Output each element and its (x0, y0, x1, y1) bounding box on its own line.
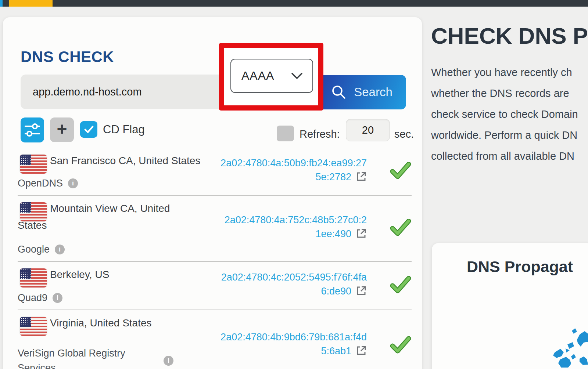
page: DNS CHECK Search + (0, 0, 588, 369)
info-circle-icon[interactable]: i (55, 245, 65, 254)
plus-icon: + (57, 120, 67, 138)
server-provider: Quad9 (18, 292, 47, 304)
refresh-seconds-input[interactable] (346, 119, 390, 141)
resolved-ip: 2a02:4780:4b:9bd6:79b:681a:f4d5:6ab1 (220, 330, 367, 360)
article-paragraph: Whether you have recently ch whether the… (431, 62, 588, 167)
server-provider: VeriSign Global Registry Services (18, 346, 144, 369)
search-button[interactable]: Search (318, 75, 406, 109)
refresh-unit-label: sec. (394, 128, 414, 140)
status-ok (389, 276, 412, 294)
info-circle-icon[interactable]: i (53, 293, 62, 303)
dns-result-row: Berkeley, US Quad9 i 2a02:4780:4c:2052:5… (18, 262, 412, 310)
map-landmass-icon (525, 323, 588, 368)
checkmark-icon (84, 126, 94, 134)
server-provider: OpenDNS (18, 178, 63, 189)
dns-check-card: DNS CHECK Search + (3, 17, 422, 369)
us-flag-icon (20, 202, 47, 221)
page-title: DNS CHECK (21, 48, 114, 66)
status-ok (389, 162, 412, 180)
article-line: worldwide. Perform a quick DN (431, 125, 588, 146)
refresh-checkbox[interactable] (277, 126, 294, 141)
article-line: Whether you have recently ch (431, 62, 588, 83)
browser-top-bar (0, 0, 588, 7)
cd-flag-checkbox[interactable] (80, 121, 97, 138)
ip-address-link[interactable]: 2a02:4780:4a:50b9:fb24:ea99:275e:2782 (220, 158, 367, 182)
topbar-blue-segment (0, 0, 3, 7)
world-map-fragment (525, 323, 588, 369)
resolved-ip: 2a02:4780:4c:2052:5495:f76f:4fa6:de90 (220, 270, 367, 300)
article-line: collected from all available DN (431, 146, 588, 167)
external-link-icon[interactable] (356, 285, 367, 300)
external-link-icon[interactable] (356, 228, 367, 243)
article-line: whether the DNS records are (431, 83, 588, 104)
resolved-ip: 2a02:4780:4a:752c:48b5:27c0:21ee:490 (220, 213, 367, 243)
article-heading: CHECK DNS PROPAGATION (431, 23, 588, 49)
search-button-label: Search (354, 85, 392, 99)
dns-result-row: Mountain View CA, United States Google i… (18, 196, 412, 262)
dns-result-row: Virginia, United States VeriSign Global … (18, 310, 412, 369)
article-line: check service to check Domain (431, 104, 588, 125)
us-flag-icon (20, 268, 47, 287)
status-ok (389, 219, 412, 236)
info-circle-icon[interactable]: i (164, 356, 173, 366)
external-link-icon[interactable] (356, 345, 367, 360)
ip-address-link[interactable]: 2a02:4780:4a:752c:48b5:27c0:21ee:490 (225, 214, 367, 239)
external-link-icon[interactable] (356, 171, 367, 186)
green-check-icon (390, 276, 411, 294)
dns-results-list: San Francisco CA, United States OpenDNS … (18, 148, 412, 369)
article-section: CHECK DNS PROPAGATION Whether you have r… (431, 23, 588, 167)
green-check-icon (390, 219, 411, 236)
filters-button[interactable] (21, 117, 44, 142)
us-flag-icon (20, 317, 47, 336)
magnifier-icon (331, 84, 347, 100)
green-check-icon (390, 162, 411, 180)
resolved-ip: 2a02:4780:4a:50b9:fb24:ea99:275e:2782 (220, 156, 367, 186)
add-server-button[interactable]: + (50, 117, 74, 142)
ip-address-link[interactable]: 2a02:4780:4c:2052:5495:f76f:4fa6:de90 (221, 272, 367, 297)
record-type-select[interactable]: AAAA (230, 59, 313, 93)
dns-result-row: San Francisco CA, United States OpenDNS … (18, 148, 412, 196)
annotation-highlight-box: AAAA (219, 43, 323, 111)
status-ok (389, 336, 412, 354)
propagation-card-title: DNS Propagat (467, 258, 573, 276)
sliders-icon (24, 122, 40, 138)
cd-flag-label: CD Flag (103, 123, 145, 136)
chevron-down-icon (291, 72, 303, 80)
us-flag-icon (20, 155, 47, 174)
topbar-yellow-segment (9, 0, 53, 7)
record-type-value: AAAA (241, 69, 274, 83)
green-check-icon (390, 336, 411, 354)
server-provider: Google (18, 244, 50, 255)
refresh-label: Refresh: (300, 128, 340, 140)
ip-address-link[interactable]: 2a02:4780:4b:9bd6:79b:681a:f4d5:6ab1 (220, 332, 367, 357)
info-circle-icon[interactable]: i (68, 178, 78, 188)
